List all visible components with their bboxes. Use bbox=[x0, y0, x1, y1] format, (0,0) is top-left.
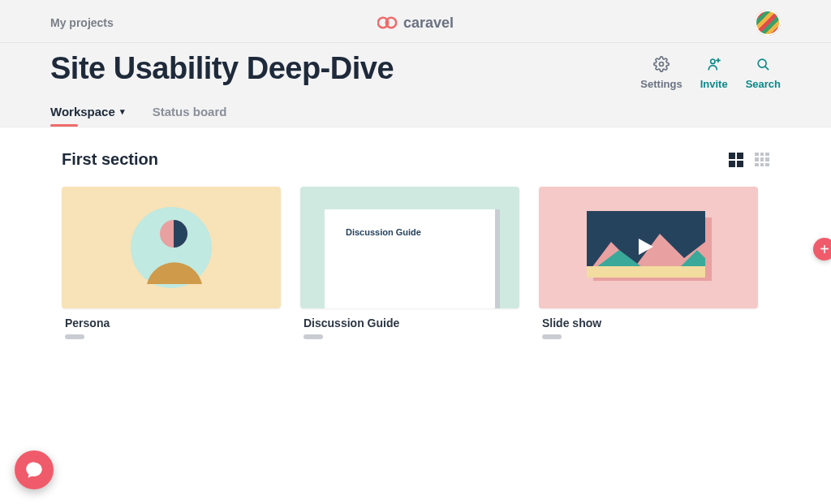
brand-name: caravel bbox=[403, 15, 454, 32]
tab-status-board-label: Status board bbox=[153, 105, 227, 118]
content-region: First section Persona bbox=[0, 127, 831, 339]
settings-label: Settings bbox=[640, 78, 682, 90]
add-card-button[interactable]: + bbox=[813, 238, 831, 261]
user-avatar[interactable] bbox=[755, 10, 781, 36]
search-button[interactable]: Search bbox=[746, 56, 781, 90]
section-title: First section bbox=[62, 150, 158, 169]
card-persona[interactable]: Persona bbox=[62, 187, 281, 339]
view-toggles bbox=[729, 153, 769, 167]
view-small-grid-icon[interactable] bbox=[755, 153, 769, 167]
card-slideshow-thumb bbox=[539, 187, 758, 308]
brand-logo-icon bbox=[377, 15, 398, 30]
card-slideshow-title: Slide show bbox=[542, 317, 758, 330]
gear-icon bbox=[653, 56, 670, 75]
chat-launcher-button[interactable] bbox=[15, 450, 54, 489]
slideshow-illustration-icon bbox=[575, 203, 721, 292]
card-slideshow-meta bbox=[542, 334, 562, 339]
card-discussion-meta bbox=[304, 334, 323, 339]
persona-illustration-icon bbox=[127, 203, 216, 292]
user-plus-icon bbox=[706, 56, 722, 75]
section-header: First section bbox=[62, 150, 769, 169]
settings-button[interactable]: Settings bbox=[640, 56, 682, 90]
plus-icon: + bbox=[820, 241, 829, 257]
search-icon bbox=[755, 56, 771, 75]
tab-workspace-label: Workspace bbox=[50, 105, 115, 118]
card-discussion-guide[interactable]: Discussion Guide Discussion Guide bbox=[300, 187, 519, 339]
card-discussion-thumb: Discussion Guide bbox=[300, 187, 519, 308]
tab-workspace[interactable]: Workspace ▾ bbox=[50, 105, 125, 118]
invite-label: Invite bbox=[700, 78, 728, 90]
brand[interactable]: caravel bbox=[377, 15, 454, 32]
invite-button[interactable]: Invite bbox=[700, 56, 728, 90]
header-region: My projects caravel Site Usability Deep-… bbox=[0, 0, 831, 127]
svg-point-3 bbox=[710, 59, 714, 63]
svg-point-2 bbox=[660, 62, 664, 67]
document-heading: Discussion Guide bbox=[346, 227, 421, 237]
cards-row: Persona Discussion Guide Discussion Guid… bbox=[50, 187, 781, 339]
card-discussion-title: Discussion Guide bbox=[304, 317, 519, 330]
document-illustration: Discussion Guide bbox=[325, 209, 495, 308]
view-large-grid-icon[interactable] bbox=[729, 153, 743, 167]
card-persona-meta bbox=[65, 334, 84, 339]
breadcrumb[interactable]: My projects bbox=[50, 16, 114, 29]
tab-status-board[interactable]: Status board bbox=[153, 105, 227, 118]
svg-point-4 bbox=[758, 59, 766, 67]
chat-icon bbox=[24, 459, 45, 480]
tabs: Workspace ▾ Status board bbox=[0, 90, 831, 127]
chevron-down-icon: ▾ bbox=[120, 106, 125, 117]
project-actions: Settings Invite bbox=[640, 51, 781, 90]
card-slide-show[interactable]: Slide show bbox=[539, 187, 758, 339]
card-persona-thumb bbox=[62, 187, 281, 308]
search-label: Search bbox=[746, 78, 781, 90]
card-persona-title: Persona bbox=[65, 317, 281, 330]
svg-rect-12 bbox=[587, 266, 705, 278]
project-title: Site Usability Deep-Dive bbox=[50, 51, 394, 86]
topbar: My projects caravel bbox=[0, 0, 831, 43]
title-bar: Site Usability Deep-Dive Settings bbox=[0, 43, 831, 90]
